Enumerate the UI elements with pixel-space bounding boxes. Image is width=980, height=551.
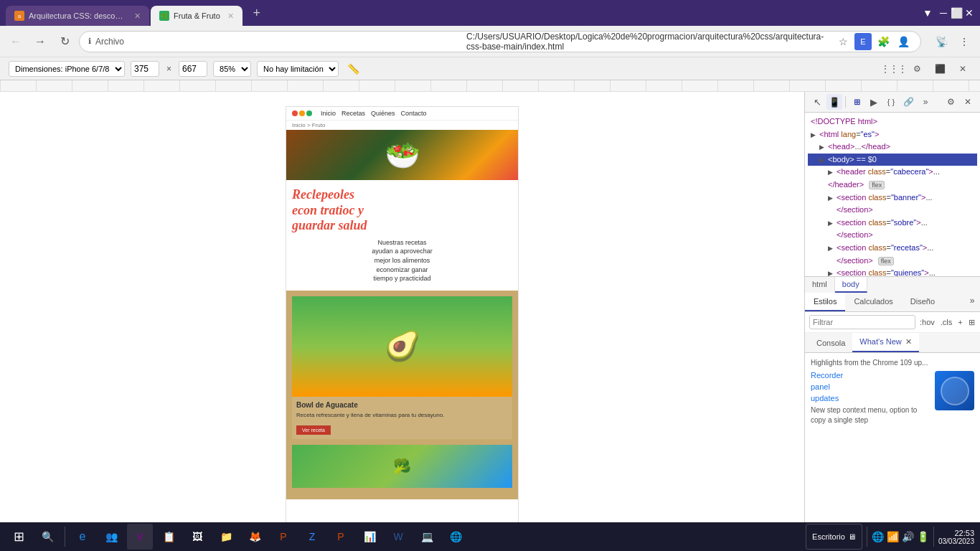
taskbar-word[interactable]: W [385,524,411,550]
forward-button[interactable]: → [30,32,50,52]
tab-consola[interactable]: Consola [809,334,852,352]
section-quienes-line[interactable]: ▶ <section class="quienes">... [808,267,977,276]
add-style-btn[interactable]: + [956,316,963,328]
address-bar[interactable]: ℹ Archivo C:/Users/USUARIO/Desktop/Logic… [79,31,921,52]
device-selector[interactable]: Dimensiones: iPhone 6/7/8 [9,61,125,77]
styles-filter-input[interactable] [809,315,915,329]
nav-recetas[interactable]: Recetas [341,110,365,117]
nav-contacto[interactable]: Contacto [401,110,427,117]
taskbar-onenote[interactable]: 📋 [156,524,182,550]
minimize-button[interactable]: ─ [938,8,948,18]
tab2-close[interactable]: ✕ [227,11,234,21]
recipe-btn-1[interactable]: Ver receta [296,425,331,435]
profile-btn[interactable]: ▼ [920,5,936,21]
console-btn[interactable]: ▶ [866,94,882,110]
tab-calculados[interactable]: Calculados [845,293,901,311]
html-breadcrumb-tabs: html body [805,276,980,293]
search-button[interactable]: 🔍 [34,524,60,550]
tray-globe[interactable]: 🌐 [872,531,884,542]
devtools-responsive-bar: Dimensiones: iPhone 6/7/8 × 85% No hay l… [0,57,980,80]
new-rule-btn[interactable]: ⊞ [967,316,976,329]
taskbar-explorer[interactable]: 📁 [213,524,239,550]
cast-button[interactable]: 📡 [931,32,951,52]
whats-new-description: New step context menu, option to copy a … [811,405,929,425]
taskbar-ie[interactable]: e [70,524,95,550]
extensions-button[interactable]: E [854,33,872,50]
body-line[interactable]: ▶ <body> == $0 [808,154,977,166]
sources-btn[interactable]: { } [883,94,899,110]
taskbar-vscode[interactable]: 💻 [414,524,440,550]
head-line[interactable]: ▶ <head>...</head> [808,141,977,154]
tab1-close[interactable]: ✕ [134,11,141,21]
zoom-selector[interactable]: 85% [213,61,251,77]
breadcrumb-body[interactable]: body [835,277,867,293]
taskbar-visio[interactable]: V [127,524,153,550]
section-recetas-line[interactable]: ▶ <section class="recetas">... [808,242,977,255]
tab-whats-new[interactable]: What's New ✕ [852,333,918,352]
taskbar-firefox[interactable]: 🦊 [242,524,268,550]
browser-viewport[interactable]: Inicio Recetas Quiénes Contacto Inicio >… [0,92,804,522]
taskbar-powerpoint2[interactable]: P [328,524,354,550]
taskbar-excel[interactable]: 📊 [357,524,382,550]
account-button[interactable]: 👤 [895,33,912,50]
whats-new-link-panel[interactable]: panel [811,382,929,391]
whats-new-link-recorder[interactable]: Recorder [811,371,929,380]
taskbar-chrome[interactable]: 🌐 [443,524,468,550]
whats-new-label: What's New [859,337,901,346]
more-button[interactable]: ⋮ [954,32,974,52]
whats-new-link-updates[interactable]: updates [811,394,929,402]
window-controls: ▼ ─ ⬜ ✕ [920,5,974,21]
tray-wifi[interactable]: 📶 [887,531,899,542]
section-sobre-line[interactable]: ▶ <section class="sobre">... [808,217,977,230]
maximize-button[interactable]: ⬜ [951,8,961,18]
html-open-line[interactable]: ▶ <html lang="es"> [808,128,977,141]
address-url: C:/Users/USUARIO/Desktop/Logica%20de%20p… [466,32,830,52]
viewport-width[interactable] [131,61,159,77]
recipe-card-1: 🥑 Bowl de Aguacate Receta refrescante y … [292,296,512,439]
devtools-dock-btn[interactable]: ⬛ [931,60,948,77]
escritorio-button[interactable]: Escritorio 🖥 [806,524,862,550]
recipe-title-1: Bowl de Aguacate [296,401,508,409]
limit-selector[interactable]: No hay limitación [257,61,339,77]
tab-2[interactable]: 🌿 Fruta & Fruto ✕ [151,6,242,26]
puzzle-button[interactable]: 🧩 [875,33,892,50]
device-toolbar-btn[interactable]: 📱 [826,94,842,110]
start-button[interactable]: ⊞ [6,524,32,550]
header-line[interactable]: ▶ <header class="cabecera">... [808,166,977,179]
taskbar-teams[interactable]: 👥 [98,524,124,550]
close-devtools-btn[interactable]: ✕ [960,94,976,110]
viewport-height[interactable] [179,61,207,77]
cls-filter-btn[interactable]: .cls [939,316,954,328]
devtools-close-btn[interactable]: ✕ [954,60,971,77]
back-button[interactable]: ← [6,32,26,52]
ruler-button[interactable]: 📏 [347,63,359,75]
more-panels-btn[interactable]: » [918,94,933,110]
bookmark-button[interactable]: ☆ [834,33,852,50]
taskbar-powerpoint[interactable]: P [270,524,296,550]
inspect-btn[interactable]: ↖ [809,94,825,110]
devtools-more-btn[interactable]: ⋮⋮⋮ [885,60,903,77]
nav-inicio[interactable]: Inicio [321,110,336,117]
styles-more-btn[interactable]: » [964,293,980,309]
network-btn[interactable]: 🔗 [900,94,916,110]
breadcrumb-html[interactable]: html [805,277,835,293]
whats-new-close[interactable]: ✕ [905,337,912,346]
elements-btn[interactable]: ⊞ [849,94,864,110]
taskbar-photos[interactable]: 🖼 [184,524,210,550]
devtools-settings-btn[interactable]: ⚙ [908,60,925,77]
tab-diseno[interactable]: Diseño [902,293,943,311]
taskbar-clock[interactable]: 22:53 03/03/2023 [938,529,974,545]
tray-battery[interactable]: 🔋 [917,531,929,542]
new-tab-button[interactable]: + [247,3,267,23]
tab-1[interactable]: a Arquitectura CSS: descomplicand ✕ [6,6,149,26]
html-triangle[interactable]: ▶ [811,131,816,138]
section-banner-line[interactable]: ▶ <section class="banner">... [808,192,977,204]
tab-estilos[interactable]: Estilos [805,293,845,311]
nav-quienes[interactable]: Quiénes [371,110,395,117]
refresh-button[interactable]: ↻ [55,32,75,52]
close-button[interactable]: ✕ [964,8,974,18]
settings-btn[interactable]: ⚙ [943,94,958,110]
tray-volume[interactable]: 🔊 [902,531,914,542]
taskbar-zoom[interactable]: Z [299,524,325,550]
hov-filter-btn[interactable]: :hov [918,316,936,328]
